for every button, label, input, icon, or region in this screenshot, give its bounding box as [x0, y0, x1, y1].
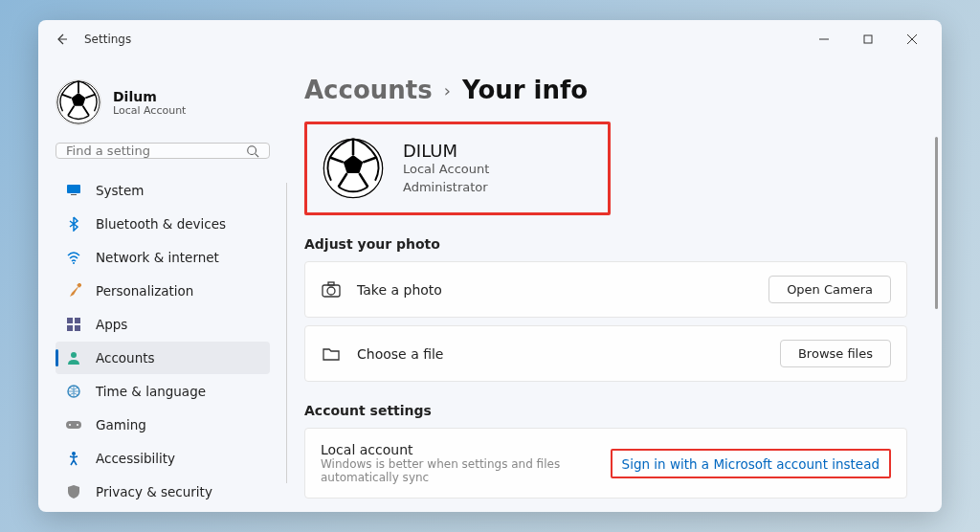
content-area: Accounts › Your info DILUM Local Account…	[287, 58, 942, 512]
gamepad-icon	[65, 416, 82, 433]
sidebar-item-privacy[interactable]: Privacy & security	[56, 476, 270, 508]
svg-point-16	[71, 352, 77, 358]
svg-point-20	[77, 424, 78, 426]
sidebar-item-accessibility[interactable]: Accessibility	[56, 442, 270, 475]
sidebar-item-label: Network & internet	[96, 250, 219, 265]
sidebar-item-label: Gaming	[96, 417, 146, 432]
local-account-sub: Windows is better when settings and file…	[321, 457, 595, 484]
scrollbar[interactable]	[935, 137, 938, 309]
breadcrumb-root[interactable]: Accounts	[304, 76, 433, 104]
svg-point-25	[327, 287, 335, 295]
svg-rect-11	[77, 283, 81, 288]
profile-block[interactable]: Dilum Local Account	[56, 64, 270, 139]
minimize-button[interactable]	[802, 24, 846, 55]
sidebar-item-gaming[interactable]: Gaming	[56, 409, 270, 441]
sidebar-item-network[interactable]: Network & internet	[56, 241, 270, 274]
sidebar-item-label: Personalization	[96, 283, 193, 299]
sidebar-item-apps[interactable]: Apps	[56, 308, 270, 341]
svg-rect-15	[75, 325, 80, 331]
breadcrumb-leaf: Your info	[462, 76, 588, 104]
sidebar-item-accounts[interactable]: Accounts	[56, 342, 270, 374]
hero-role: Administrator	[403, 179, 489, 196]
section-adjust-photo: Adjust your photo	[304, 236, 907, 252]
sidebar-item-personalization[interactable]: Personalization	[56, 275, 270, 307]
folder-icon	[321, 344, 342, 365]
svg-rect-9	[71, 194, 77, 195]
profile-name: Dilum	[113, 89, 186, 104]
nav-list: System Bluetooth & devices Network & int…	[56, 174, 270, 508]
local-account-title: Local account	[321, 442, 595, 457]
wifi-icon	[65, 249, 82, 266]
globe-clock-icon	[65, 383, 82, 400]
svg-rect-18	[66, 421, 81, 429]
svg-rect-14	[67, 325, 73, 331]
section-account-settings: Account settings	[304, 403, 907, 418]
apps-icon	[65, 316, 82, 333]
browse-files-button[interactable]: Browse files	[780, 340, 891, 367]
profile-sub: Local Account	[113, 104, 186, 117]
sidebar-item-bluetooth[interactable]: Bluetooth & devices	[56, 208, 270, 240]
svg-rect-8	[67, 185, 80, 193]
paintbrush-icon	[65, 282, 82, 299]
svg-rect-13	[75, 318, 80, 323]
back-arrow-icon	[54, 32, 69, 47]
card-choose-file: Choose a file Browse files	[304, 325, 907, 382]
titlebar: Settings	[38, 20, 942, 58]
hero-name: DILUM	[403, 141, 489, 161]
avatar	[56, 79, 101, 125]
sidebar-item-system[interactable]: System	[56, 174, 270, 207]
sidebar-item-label: Accessibility	[96, 451, 175, 466]
card-take-photo: Take a photo Open Camera	[304, 261, 907, 318]
card-local-account: Local account Windows is better when set…	[304, 428, 907, 499]
bluetooth-icon	[65, 215, 82, 233]
sidebar-item-label: Accounts	[96, 350, 155, 366]
sidebar-item-label: Time & language	[96, 384, 206, 399]
settings-window: Settings Dilum Local Account	[38, 20, 942, 512]
person-icon	[65, 349, 82, 366]
back-button[interactable]	[46, 24, 77, 55]
sign-in-microsoft-highlight: Sign in with a Microsoft account instead	[611, 449, 891, 478]
svg-point-6	[248, 145, 256, 154]
svg-rect-26	[328, 282, 334, 285]
avatar-large	[323, 138, 384, 199]
svg-rect-12	[67, 318, 73, 323]
svg-point-10	[73, 262, 75, 264]
sidebar-item-label: System	[96, 183, 144, 198]
svg-line-7	[256, 153, 259, 157]
card-label: Take a photo	[357, 282, 442, 298]
camera-icon	[321, 279, 342, 300]
hero-account-type: Local Account	[403, 161, 489, 178]
sign-in-microsoft-link[interactable]: Sign in with a Microsoft account instead	[622, 456, 880, 472]
svg-rect-1	[864, 35, 872, 43]
sidebar-item-label: Bluetooth & devices	[96, 216, 226, 232]
search-input[interactable]	[66, 144, 246, 158]
display-icon	[65, 182, 82, 199]
window-controls	[802, 24, 934, 55]
accessibility-icon	[65, 450, 82, 467]
window-title: Settings	[84, 33, 131, 46]
svg-point-21	[72, 452, 76, 455]
sidebar-item-label: Privacy & security	[96, 484, 212, 499]
sidebar-item-label: Apps	[96, 317, 127, 332]
maximize-button[interactable]	[846, 24, 890, 55]
breadcrumb: Accounts › Your info	[304, 76, 907, 104]
open-camera-button[interactable]: Open Camera	[768, 276, 891, 303]
svg-point-19	[69, 424, 71, 426]
account-hero: DILUM Local Account Administrator	[304, 122, 611, 215]
close-button[interactable]	[890, 24, 934, 55]
sidebar-item-time-language[interactable]: Time & language	[56, 375, 270, 408]
sidebar: Dilum Local Account System Bluetooth & d…	[38, 58, 287, 512]
card-label: Choose a file	[357, 346, 444, 362]
search-box[interactable]	[56, 143, 270, 159]
shield-icon	[65, 483, 82, 500]
search-icon	[246, 144, 259, 158]
chevron-right-icon: ›	[444, 80, 451, 100]
